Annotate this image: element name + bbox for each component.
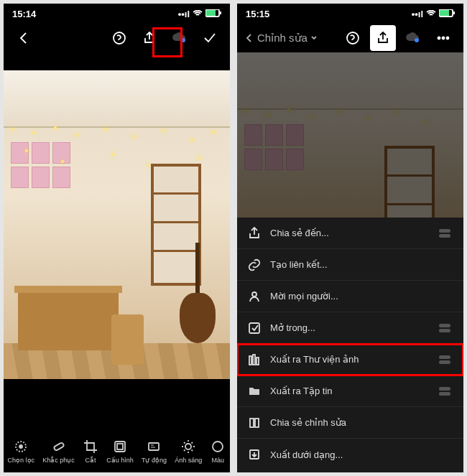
help-button[interactable] <box>106 25 132 51</box>
status-time: 15:14 <box>12 9 36 19</box>
back-button[interactable] <box>11 25 37 51</box>
tool-auto[interactable]: Tự động <box>142 439 167 464</box>
status-icons: ••ıl <box>412 9 455 19</box>
wifi-icon <box>426 9 436 19</box>
top-bar: Chỉnh sửa <box>237 24 463 52</box>
toggle-icon <box>439 324 453 332</box>
edit-icon <box>247 416 262 430</box>
open-icon <box>247 321 262 335</box>
svg-rect-2 <box>220 11 221 14</box>
tool-light[interactable]: Ánh sáng <box>175 439 202 464</box>
share-button[interactable] <box>137 25 162 51</box>
svg-point-11 <box>185 444 191 449</box>
svg-point-17 <box>415 38 419 42</box>
svg-rect-14 <box>440 10 449 16</box>
crop-icon <box>83 439 98 454</box>
svg-rect-27 <box>255 419 259 427</box>
status-bar: 15:14 ••ıl <box>4 4 230 24</box>
share-menu: Chia sẻ đến... Tạo liên kết... Mời mọi n… <box>237 218 463 472</box>
export-icon <box>247 447 262 462</box>
more-button[interactable] <box>430 25 456 51</box>
svg-rect-7 <box>53 442 64 450</box>
sliders-icon <box>112 439 128 454</box>
person-icon <box>247 289 262 304</box>
svg-rect-23 <box>249 356 251 365</box>
svg-point-3 <box>114 32 125 44</box>
svg-rect-25 <box>256 358 259 365</box>
tool-heal[interactable]: Khắc phục <box>42 439 75 464</box>
svg-rect-26 <box>250 419 254 427</box>
svg-point-6 <box>19 445 22 448</box>
toggle-icon <box>439 229 453 238</box>
top-bar <box>4 24 230 52</box>
sparkle-icon <box>13 439 29 454</box>
status-time: 15:15 <box>246 9 269 19</box>
signal-icon: ••ıl <box>412 9 423 19</box>
link-icon <box>247 258 262 272</box>
menu-create-link[interactable]: Tạo liên kết... <box>237 249 463 281</box>
share-icon <box>247 226 262 241</box>
bandage-icon <box>51 439 67 454</box>
tool-color[interactable]: Màu <box>210 439 226 464</box>
left-screenshot: 15:14 ••ıl Chọn lọc Khắc phục Cắt Cấu hì… <box>4 4 230 472</box>
right-screenshot: 15:15 ••ıl Chỉnh sửa Chia sẻ đến... <box>237 4 463 472</box>
toggle-icon <box>439 355 453 364</box>
svg-point-12 <box>213 442 223 452</box>
share-button[interactable] <box>370 25 396 51</box>
status-bar: 15:15 ••ıl <box>237 4 463 24</box>
svg-point-18 <box>438 37 440 39</box>
svg-rect-15 <box>453 11 455 14</box>
menu-export-library[interactable]: Xuất ra Thư viện ảnh <box>237 344 463 375</box>
back-button[interactable]: Chỉnh sửa <box>244 32 318 45</box>
svg-rect-22 <box>249 323 259 333</box>
bottom-toolbar: Chọn lọc Khắc phục Cắt Cấu hình Tự động … <box>4 429 230 472</box>
menu-invite[interactable]: Mời mọi người... <box>237 281 463 312</box>
cloud-sync-icon[interactable] <box>167 25 193 51</box>
sun-icon <box>180 439 196 454</box>
signal-icon: ••ıl <box>178 9 190 19</box>
svg-rect-10 <box>149 443 159 450</box>
wifi-icon <box>193 9 203 19</box>
svg-point-21 <box>252 292 256 297</box>
folder-icon <box>247 384 262 398</box>
chevron-down-icon <box>310 34 318 42</box>
help-button[interactable] <box>340 25 366 51</box>
photo-preview-dimmed <box>237 52 463 218</box>
tool-crop[interactable]: Cắt <box>83 439 98 464</box>
battery-icon <box>205 9 221 19</box>
palette-icon <box>210 439 226 454</box>
tool-profile[interactable]: Cấu hình <box>106 439 134 464</box>
menu-export-file[interactable]: Xuất ra Tập tin <box>237 375 463 407</box>
menu-open-in[interactable]: Mở trong... <box>237 312 463 344</box>
cloud-sync-icon[interactable] <box>400 25 426 51</box>
menu-export-as[interactable]: Xuất dưới dạng... <box>237 439 463 470</box>
svg-rect-1 <box>206 10 216 16</box>
svg-point-20 <box>447 37 449 39</box>
svg-rect-24 <box>253 355 255 365</box>
confirm-button[interactable] <box>197 25 223 51</box>
toggle-icon <box>439 387 453 396</box>
tool-selective[interactable]: Chọn lọc <box>8 439 35 464</box>
photo-preview[interactable] <box>4 70 230 379</box>
svg-rect-9 <box>117 444 123 449</box>
status-icons: ••ıl <box>178 9 221 19</box>
menu-share-to[interactable]: Chia sẻ đến... <box>237 218 463 249</box>
svg-point-19 <box>443 37 445 39</box>
menu-subtext: Chọn loại tập tin, kích thước tập tin và… <box>237 470 463 472</box>
svg-point-16 <box>347 32 359 44</box>
battery-icon <box>439 9 455 19</box>
svg-point-4 <box>181 38 185 42</box>
menu-share-edit[interactable]: Chia sẻ chỉnh sửa <box>237 407 463 439</box>
library-icon <box>247 353 262 367</box>
wand-icon <box>146 439 162 454</box>
